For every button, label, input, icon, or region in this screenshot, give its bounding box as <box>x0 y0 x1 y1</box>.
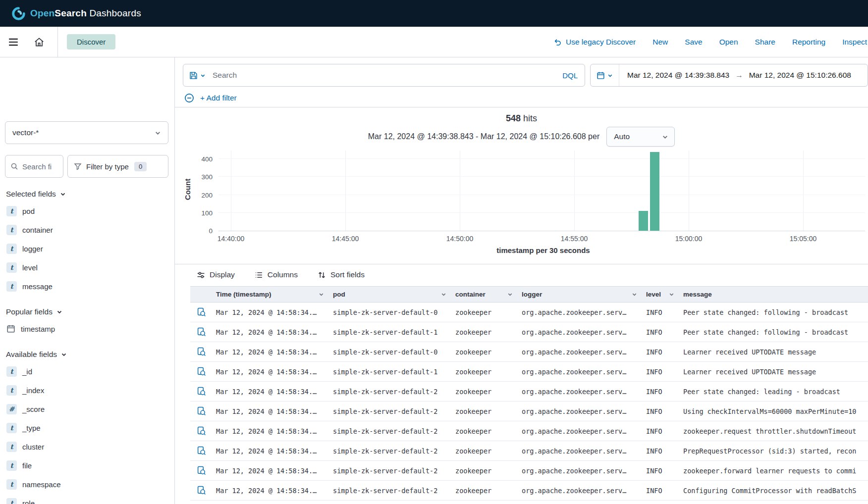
field-item-index[interactable]: t_index <box>0 381 174 400</box>
cell-level: INFO <box>642 368 679 376</box>
field-search-input[interactable]: Search fi <box>5 155 63 178</box>
chevron-down-icon[interactable] <box>319 292 324 297</box>
nav-bar: Discover Use legacy Discover New Save Op… <box>0 27 868 57</box>
field-item-id[interactable]: t_id <box>0 362 174 381</box>
available-fields-section[interactable]: Available fields <box>0 338 174 362</box>
chevron-down-icon[interactable] <box>632 292 637 297</box>
histogram-chart: Count 0100200300400 14:40:0014:45:0014:5… <box>175 151 868 256</box>
col-header-time[interactable]: Time (timestamp) <box>212 287 329 302</box>
search-input[interactable] <box>212 70 555 80</box>
table-row: Mar 12, 2024 @ 14:58:34.… simple-zk-serv… <box>190 382 868 402</box>
cell-logger: org.apache.zookeeper.serv… <box>518 407 642 415</box>
field-item-cluster[interactable]: tcluster <box>0 437 174 456</box>
expand-document-icon[interactable] <box>197 347 206 356</box>
calendar-dropdown-button[interactable] <box>591 64 619 86</box>
add-filter-link[interactable]: + Add filter <box>200 94 237 102</box>
display-button[interactable]: Display <box>197 270 235 279</box>
cell-pod: simple-zk-server-default-2 <box>329 407 451 415</box>
col-header-pod[interactable]: pod <box>329 287 451 302</box>
y-tick-label: 0 <box>209 227 213 235</box>
undo-icon <box>554 38 562 46</box>
cell-level: INFO <box>642 467 679 475</box>
field-item-container[interactable]: tcontainer <box>0 220 174 239</box>
discover-sidebar: vector-* Search fi Filter by type 0 Sele… <box>0 57 175 504</box>
expand-document-icon[interactable] <box>197 446 206 455</box>
col-header-level[interactable]: level <box>642 287 679 302</box>
filter-options-icon[interactable] <box>184 93 194 103</box>
saved-query-button[interactable] <box>183 64 212 86</box>
filter-by-type-button[interactable]: Filter by type 0 <box>67 155 168 178</box>
cell-time: Mar 12, 2024 @ 14:58:34.… <box>212 328 329 336</box>
index-pattern-select[interactable]: vector-* <box>5 121 168 144</box>
field-item-score[interactable]: #_score <box>0 400 174 418</box>
gridline <box>803 151 804 231</box>
breadcrumb[interactable]: Discover <box>67 34 115 50</box>
home-icon[interactable] <box>34 37 45 48</box>
text-field-icon: t <box>6 498 17 504</box>
field-item-message[interactable]: tmessage <box>0 277 174 296</box>
interval-select[interactable]: Auto <box>606 127 675 147</box>
table-row: Mar 12, 2024 @ 14:58:34.… simple-zk-serv… <box>190 302 868 322</box>
opensearch-brand: OpenSearch Dashboards <box>12 7 141 20</box>
chevron-down-icon[interactable] <box>441 292 446 297</box>
x-tick-label: 14:55:00 <box>561 235 588 243</box>
expand-document-icon[interactable] <box>197 367 206 376</box>
text-field-icon: t <box>6 460 17 471</box>
field-item-file[interactable]: tfile <box>0 456 174 475</box>
cell-time: Mar 12, 2024 @ 14:58:34.… <box>212 348 329 356</box>
field-item-timestamp[interactable]: timestamp <box>0 319 174 338</box>
table-row: Mar 12, 2024 @ 14:58:34.… simple-zk-serv… <box>190 322 868 342</box>
save-icon <box>189 71 198 80</box>
field-item-pod[interactable]: tpod <box>0 202 174 220</box>
chevron-down-icon[interactable] <box>507 292 513 297</box>
expand-document-icon[interactable] <box>197 387 206 396</box>
text-field-icon: t <box>6 281 17 292</box>
date-from[interactable]: Mar 12, 2024 @ 14:39:38.843 <box>627 71 729 80</box>
chevron-down-icon <box>61 352 67 357</box>
col-header-message[interactable]: message <box>679 287 868 302</box>
cell-container: zookeeper <box>451 447 518 455</box>
new-link[interactable]: New <box>652 38 668 47</box>
inspect-link[interactable]: Inspect <box>842 38 867 47</box>
field-item-namespace[interactable]: tnamespace <box>0 475 174 494</box>
cell-container: zookeeper <box>451 368 518 376</box>
cell-message: Peer state changed: following - broadcas… <box>679 328 868 336</box>
histogram-plot[interactable]: 0100200300400 <box>218 151 865 231</box>
histogram-bar[interactable] <box>650 152 659 231</box>
y-tick-label: 200 <box>201 192 213 199</box>
expand-document-icon[interactable] <box>197 406 206 416</box>
field-item-type[interactable]: t_type <box>0 418 174 437</box>
expand-document-icon[interactable] <box>197 426 206 436</box>
selected-fields-section[interactable]: Selected fields <box>0 178 174 202</box>
reporting-link[interactable]: Reporting <box>792 38 825 47</box>
field-item-role[interactable]: trole <box>0 494 174 504</box>
cell-container: zookeeper <box>451 388 518 396</box>
cell-logger: org.apache.zookeeper.serv… <box>518 447 642 455</box>
cell-logger: org.apache.zookeeper.serv… <box>518 328 642 336</box>
popular-fields-section[interactable]: Popular fields <box>0 296 174 319</box>
date-to[interactable]: Mar 12, 2024 @ 15:10:26.608 <box>749 71 851 80</box>
field-item-level[interactable]: tlevel <box>0 258 174 277</box>
share-link[interactable]: Share <box>755 38 775 47</box>
col-header-container[interactable]: container <box>451 287 518 302</box>
expand-document-icon[interactable] <box>197 327 206 337</box>
divider <box>57 27 58 57</box>
histogram-bar[interactable] <box>639 211 648 231</box>
expand-document-icon[interactable] <box>197 307 206 317</box>
cell-level: INFO <box>642 407 679 415</box>
save-link[interactable]: Save <box>685 38 702 47</box>
query-language-button[interactable]: DQL <box>555 71 585 80</box>
open-link[interactable]: Open <box>719 38 738 47</box>
columns-button[interactable]: Columns <box>255 270 298 279</box>
chart-subtitle-row: Mar 12, 2024 @ 14:39:38.843 - Mar 12, 20… <box>175 127 868 147</box>
chevron-down-icon[interactable] <box>669 292 674 297</box>
expand-document-icon[interactable] <box>197 486 206 495</box>
cell-logger: org.apache.zookeeper.serv… <box>518 467 642 475</box>
field-item-logger[interactable]: tlogger <box>0 239 174 258</box>
hamburger-menu-icon[interactable] <box>8 37 19 48</box>
use-legacy-discover-link[interactable]: Use legacy Discover <box>554 38 636 47</box>
sort-fields-button[interactable]: Sort fields <box>318 270 365 279</box>
gridline <box>689 151 689 231</box>
col-header-logger[interactable]: logger <box>518 287 642 302</box>
expand-document-icon[interactable] <box>197 466 206 475</box>
